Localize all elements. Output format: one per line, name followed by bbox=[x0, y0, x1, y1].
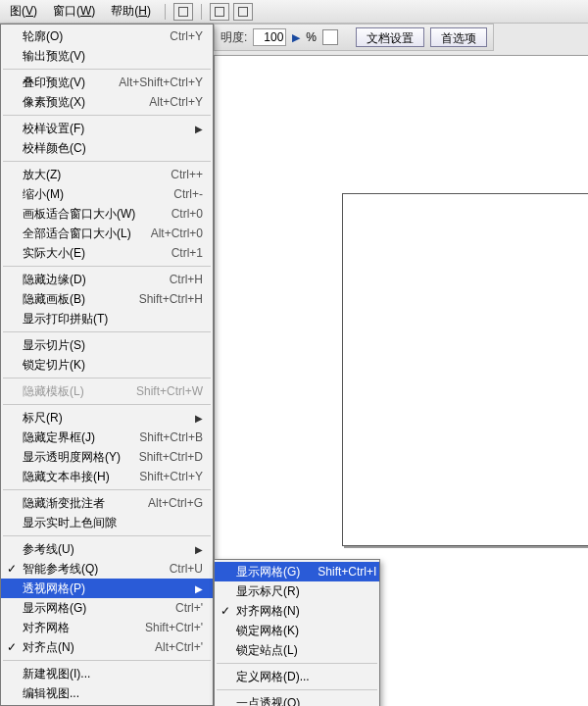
menu-item-label: 输出预览(V) bbox=[23, 48, 203, 65]
menu-item-shortcut: Ctrl+' bbox=[175, 601, 203, 615]
menu-item[interactable]: 定义网格(D)... bbox=[215, 667, 379, 686]
menu-item[interactable]: 隐藏渐变批注者Alt+Ctrl+G bbox=[1, 493, 213, 513]
menubar-item-help[interactable]: 帮助(H) bbox=[105, 1, 157, 22]
menu-item[interactable]: 缩小(M)Ctrl+- bbox=[1, 184, 213, 204]
submenu-arrow-icon: ▶ bbox=[195, 583, 203, 594]
menu-item-label: 全部适合窗口大小(L) bbox=[23, 226, 133, 242]
menu-item-shortcut: Shift+Ctrl+' bbox=[145, 621, 203, 634]
arrange-documents-icon[interactable] bbox=[210, 3, 229, 21]
document-setup-button[interactable]: 文档设置 bbox=[356, 27, 424, 47]
menu-item[interactable]: 显示打印拼贴(T) bbox=[1, 309, 213, 328]
menu-item-label: 轮廓(O) bbox=[23, 28, 152, 45]
menu-separator bbox=[3, 535, 211, 536]
artboard[interactable] bbox=[342, 193, 588, 546]
menu-item[interactable]: 显示标尺(R) bbox=[215, 581, 379, 601]
menu-item[interactable]: 隐藏画板(B)Shift+Ctrl+H bbox=[1, 289, 213, 309]
menu-item[interactable]: 隐藏定界框(J)Shift+Ctrl+B bbox=[1, 428, 213, 447]
menu-item-shortcut: Ctrl+Y bbox=[170, 29, 203, 43]
menu-item-label: 对齐网格(N) bbox=[236, 603, 369, 620]
workspace-switcher-icon[interactable] bbox=[173, 3, 193, 21]
menu-item[interactable]: 锁定网格(K) bbox=[215, 621, 379, 640]
menu-item[interactable]: 一点透视(O) bbox=[215, 693, 379, 706]
menu-item-label: 隐藏渐变批注者 bbox=[23, 495, 130, 512]
opacity-label: 明度: bbox=[220, 29, 247, 46]
menu-separator bbox=[3, 161, 211, 162]
menu-separator bbox=[3, 69, 211, 70]
toolbar-swatch-icon[interactable] bbox=[322, 29, 338, 45]
preferences-button[interactable]: 首选项 bbox=[430, 27, 487, 47]
submenu-arrow-icon: ▶ bbox=[195, 544, 203, 555]
menu-item-label: 一点透视(O) bbox=[236, 695, 369, 707]
menubar-item-view[interactable]: 图(V) bbox=[4, 1, 43, 22]
check-icon: ✓ bbox=[220, 604, 230, 618]
menu-separator bbox=[217, 689, 377, 690]
menubar-item-window[interactable]: 窗口(W) bbox=[47, 1, 101, 22]
menu-item-label: 透视网格(P) bbox=[23, 580, 187, 597]
menu-separator bbox=[217, 663, 377, 664]
menu-item[interactable]: 透视网格(P)▶ bbox=[1, 579, 213, 598]
menu-item-shortcut: Ctrl+- bbox=[173, 187, 203, 201]
opacity-stepper-icon[interactable]: ▶ bbox=[292, 31, 300, 44]
menu-separator bbox=[3, 115, 211, 116]
menu-item-label: 显示打印拼贴(T) bbox=[23, 311, 203, 328]
menu-item[interactable]: 显示网格(G)Shift+Ctrl+I bbox=[215, 562, 379, 581]
menu-item-label: 画板适合窗口大小(W) bbox=[23, 206, 154, 223]
menu-item[interactable]: 参考线(U)▶ bbox=[1, 539, 213, 559]
menu-item-label: 隐藏文本串接(H) bbox=[23, 469, 122, 485]
opacity-input[interactable] bbox=[253, 28, 286, 46]
menubar-separator bbox=[165, 4, 166, 20]
menu-item[interactable]: 隐藏文本串接(H)Shift+Ctrl+Y bbox=[1, 467, 213, 486]
menu-item[interactable]: 校样颜色(C) bbox=[1, 138, 213, 158]
menu-item[interactable]: 全部适合窗口大小(L)Alt+Ctrl+0 bbox=[1, 224, 213, 243]
menu-item[interactable]: ✓智能参考线(Q)Ctrl+U bbox=[1, 559, 213, 579]
menu-item[interactable]: 标尺(R)▶ bbox=[1, 408, 213, 428]
menu-item-label: 锁定网格(K) bbox=[236, 623, 369, 639]
menu-item-shortcut: Ctrl+0 bbox=[172, 207, 203, 221]
menu-item[interactable]: 输出预览(V) bbox=[1, 46, 213, 66]
menu-item-label: 显示透明度网格(Y) bbox=[23, 449, 122, 466]
menu-item-shortcut: Ctrl+H bbox=[170, 273, 203, 286]
menu-item-shortcut: Alt+Ctrl+0 bbox=[151, 227, 203, 240]
menu-item[interactable]: 显示透明度网格(Y)Shift+Ctrl+D bbox=[1, 447, 213, 467]
menu-separator bbox=[3, 266, 211, 267]
menu-item-label: 对齐网格 bbox=[23, 620, 127, 636]
submenu-arrow-icon: ▶ bbox=[195, 124, 203, 134]
menu-item[interactable]: 校样设置(F)▶ bbox=[1, 119, 213, 138]
screen-mode-icon[interactable] bbox=[233, 3, 253, 21]
menu-item-shortcut: Ctrl+U bbox=[170, 562, 203, 576]
menu-item-shortcut: Alt+Ctrl+G bbox=[148, 496, 203, 510]
menu-item-label: 标尺(R) bbox=[23, 410, 187, 427]
menu-item-shortcut: Shift+Ctrl+H bbox=[139, 292, 203, 306]
menu-item-label: 参考线(U) bbox=[23, 541, 187, 558]
menu-item[interactable]: 显示切片(S) bbox=[1, 335, 213, 355]
menu-item[interactable]: 新建视图(I)... bbox=[1, 664, 213, 683]
menu-item[interactable]: 显示网格(G)Ctrl+' bbox=[1, 598, 213, 618]
menu-item-label: 显示标尺(R) bbox=[236, 583, 369, 600]
submenu-arrow-icon: ▶ bbox=[195, 413, 203, 424]
menu-item[interactable]: 叠印预览(V)Alt+Shift+Ctrl+Y bbox=[1, 73, 213, 92]
menubar-separator bbox=[201, 4, 202, 20]
menu-item[interactable]: 显示实时上色间隙 bbox=[1, 513, 213, 532]
menu-item[interactable]: 像素预览(X)Alt+Ctrl+Y bbox=[1, 92, 213, 112]
menu-item-label: 显示网格(G) bbox=[236, 564, 300, 580]
menu-item[interactable]: 锁定站点(L) bbox=[215, 640, 379, 660]
menu-item: 隐藏模板(L)Shift+Ctrl+W bbox=[1, 381, 213, 401]
menu-separator bbox=[3, 489, 211, 490]
menu-item[interactable]: 实际大小(E)Ctrl+1 bbox=[1, 243, 213, 263]
menu-item[interactable]: 对齐网格Shift+Ctrl+' bbox=[1, 618, 213, 637]
menu-item[interactable]: ✓对齐网格(N) bbox=[215, 601, 379, 621]
menu-item-label: 锁定站点(L) bbox=[236, 642, 369, 659]
menu-item[interactable]: 放大(Z)Ctrl++ bbox=[1, 165, 213, 184]
menu-item[interactable]: 锁定切片(K) bbox=[1, 355, 213, 375]
menu-item-label: 对齐点(N) bbox=[23, 639, 137, 656]
menu-item[interactable]: 编辑视图... bbox=[1, 683, 213, 703]
menu-item[interactable]: ✓对齐点(N)Alt+Ctrl+' bbox=[1, 637, 213, 657]
menu-item-shortcut: Shift+Ctrl+D bbox=[139, 450, 203, 464]
menu-item-label: 隐藏定界框(J) bbox=[23, 429, 122, 446]
menu-separator bbox=[3, 331, 211, 332]
menu-item[interactable]: 轮廓(O)Ctrl+Y bbox=[1, 26, 213, 46]
menu-item-shortcut: Shift+Ctrl+B bbox=[139, 430, 203, 444]
menu-item[interactable]: 隐藏边缘(D)Ctrl+H bbox=[1, 270, 213, 289]
menu-item[interactable]: 画板适合窗口大小(W)Ctrl+0 bbox=[1, 204, 213, 224]
menu-separator bbox=[3, 378, 211, 378]
